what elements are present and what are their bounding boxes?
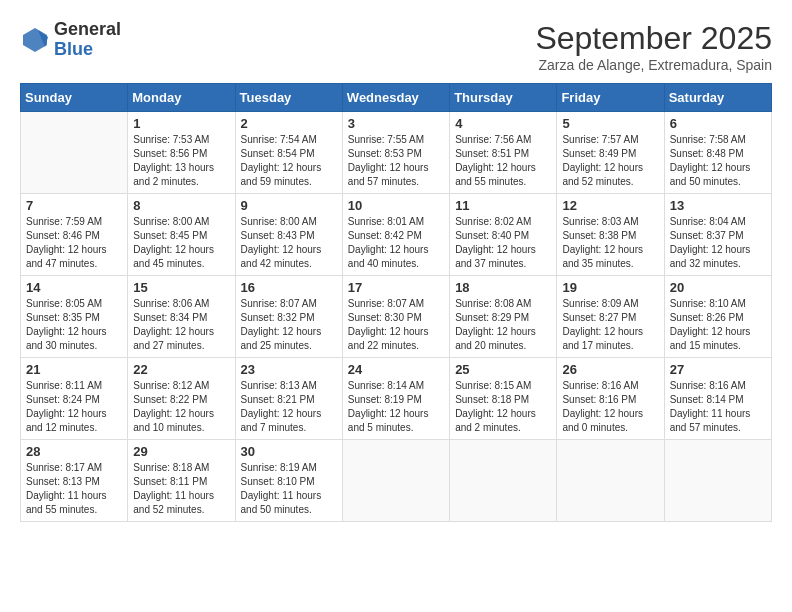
cell-content: Sunrise: 8:09 AMSunset: 8:27 PMDaylight:… <box>562 297 658 353</box>
cell-content: Sunrise: 7:56 AMSunset: 8:51 PMDaylight:… <box>455 133 551 189</box>
cell-content: Sunrise: 8:18 AMSunset: 8:11 PMDaylight:… <box>133 461 229 517</box>
calendar-cell: 28Sunrise: 8:17 AMSunset: 8:13 PMDayligh… <box>21 440 128 522</box>
cell-content: Sunrise: 7:57 AMSunset: 8:49 PMDaylight:… <box>562 133 658 189</box>
day-header-tuesday: Tuesday <box>235 84 342 112</box>
day-number: 24 <box>348 362 444 377</box>
calendar-cell: 20Sunrise: 8:10 AMSunset: 8:26 PMDayligh… <box>664 276 771 358</box>
cell-content: Sunrise: 8:07 AMSunset: 8:32 PMDaylight:… <box>241 297 337 353</box>
day-number: 7 <box>26 198 122 213</box>
calendar-table: SundayMondayTuesdayWednesdayThursdayFrid… <box>20 83 772 522</box>
day-number: 27 <box>670 362 766 377</box>
day-number: 19 <box>562 280 658 295</box>
calendar-cell: 5Sunrise: 7:57 AMSunset: 8:49 PMDaylight… <box>557 112 664 194</box>
cell-content: Sunrise: 8:17 AMSunset: 8:13 PMDaylight:… <box>26 461 122 517</box>
day-number: 16 <box>241 280 337 295</box>
calendar-cell: 29Sunrise: 8:18 AMSunset: 8:11 PMDayligh… <box>128 440 235 522</box>
cell-content: Sunrise: 7:55 AMSunset: 8:53 PMDaylight:… <box>348 133 444 189</box>
calendar-cell: 9Sunrise: 8:00 AMSunset: 8:43 PMDaylight… <box>235 194 342 276</box>
calendar-cell: 13Sunrise: 8:04 AMSunset: 8:37 PMDayligh… <box>664 194 771 276</box>
calendar-cell: 24Sunrise: 8:14 AMSunset: 8:19 PMDayligh… <box>342 358 449 440</box>
day-number: 5 <box>562 116 658 131</box>
day-number: 25 <box>455 362 551 377</box>
calendar-cell: 23Sunrise: 8:13 AMSunset: 8:21 PMDayligh… <box>235 358 342 440</box>
day-number: 15 <box>133 280 229 295</box>
day-number: 28 <box>26 444 122 459</box>
calendar-header-row: SundayMondayTuesdayWednesdayThursdayFrid… <box>21 84 772 112</box>
day-number: 12 <box>562 198 658 213</box>
calendar-week-row: 1Sunrise: 7:53 AMSunset: 8:56 PMDaylight… <box>21 112 772 194</box>
day-number: 6 <box>670 116 766 131</box>
cell-content: Sunrise: 8:14 AMSunset: 8:19 PMDaylight:… <box>348 379 444 435</box>
day-number: 26 <box>562 362 658 377</box>
cell-content: Sunrise: 8:04 AMSunset: 8:37 PMDaylight:… <box>670 215 766 271</box>
day-header-friday: Friday <box>557 84 664 112</box>
calendar-cell: 7Sunrise: 7:59 AMSunset: 8:46 PMDaylight… <box>21 194 128 276</box>
calendar-cell: 22Sunrise: 8:12 AMSunset: 8:22 PMDayligh… <box>128 358 235 440</box>
cell-content: Sunrise: 7:58 AMSunset: 8:48 PMDaylight:… <box>670 133 766 189</box>
day-number: 21 <box>26 362 122 377</box>
page-header: General Blue September 2025 Zarza de Ala… <box>20 20 772 73</box>
logo-icon <box>20 25 50 55</box>
calendar-cell: 15Sunrise: 8:06 AMSunset: 8:34 PMDayligh… <box>128 276 235 358</box>
day-number: 10 <box>348 198 444 213</box>
logo-blue-text: Blue <box>54 39 93 59</box>
calendar-cell <box>664 440 771 522</box>
calendar-cell: 1Sunrise: 7:53 AMSunset: 8:56 PMDaylight… <box>128 112 235 194</box>
calendar-week-row: 14Sunrise: 8:05 AMSunset: 8:35 PMDayligh… <box>21 276 772 358</box>
day-number: 18 <box>455 280 551 295</box>
calendar-cell: 17Sunrise: 8:07 AMSunset: 8:30 PMDayligh… <box>342 276 449 358</box>
calendar-cell: 3Sunrise: 7:55 AMSunset: 8:53 PMDaylight… <box>342 112 449 194</box>
title-block: September 2025 Zarza de Alange, Extremad… <box>535 20 772 73</box>
cell-content: Sunrise: 8:12 AMSunset: 8:22 PMDaylight:… <box>133 379 229 435</box>
logo: General Blue <box>20 20 121 60</box>
day-header-saturday: Saturday <box>664 84 771 112</box>
day-header-sunday: Sunday <box>21 84 128 112</box>
cell-content: Sunrise: 8:15 AMSunset: 8:18 PMDaylight:… <box>455 379 551 435</box>
day-header-wednesday: Wednesday <box>342 84 449 112</box>
cell-content: Sunrise: 8:02 AMSunset: 8:40 PMDaylight:… <box>455 215 551 271</box>
cell-content: Sunrise: 8:16 AMSunset: 8:16 PMDaylight:… <box>562 379 658 435</box>
cell-content: Sunrise: 7:53 AMSunset: 8:56 PMDaylight:… <box>133 133 229 189</box>
day-number: 4 <box>455 116 551 131</box>
calendar-week-row: 21Sunrise: 8:11 AMSunset: 8:24 PMDayligh… <box>21 358 772 440</box>
day-number: 3 <box>348 116 444 131</box>
cell-content: Sunrise: 8:00 AMSunset: 8:45 PMDaylight:… <box>133 215 229 271</box>
day-header-thursday: Thursday <box>450 84 557 112</box>
calendar-cell: 18Sunrise: 8:08 AMSunset: 8:29 PMDayligh… <box>450 276 557 358</box>
calendar-cell: 10Sunrise: 8:01 AMSunset: 8:42 PMDayligh… <box>342 194 449 276</box>
calendar-cell: 6Sunrise: 7:58 AMSunset: 8:48 PMDaylight… <box>664 112 771 194</box>
day-header-monday: Monday <box>128 84 235 112</box>
cell-content: Sunrise: 8:11 AMSunset: 8:24 PMDaylight:… <box>26 379 122 435</box>
calendar-cell: 16Sunrise: 8:07 AMSunset: 8:32 PMDayligh… <box>235 276 342 358</box>
calendar-cell: 21Sunrise: 8:11 AMSunset: 8:24 PMDayligh… <box>21 358 128 440</box>
cell-content: Sunrise: 8:01 AMSunset: 8:42 PMDaylight:… <box>348 215 444 271</box>
day-number: 14 <box>26 280 122 295</box>
cell-content: Sunrise: 8:05 AMSunset: 8:35 PMDaylight:… <box>26 297 122 353</box>
calendar-cell: 14Sunrise: 8:05 AMSunset: 8:35 PMDayligh… <box>21 276 128 358</box>
cell-content: Sunrise: 8:06 AMSunset: 8:34 PMDaylight:… <box>133 297 229 353</box>
day-number: 11 <box>455 198 551 213</box>
cell-content: Sunrise: 8:19 AMSunset: 8:10 PMDaylight:… <box>241 461 337 517</box>
cell-content: Sunrise: 7:59 AMSunset: 8:46 PMDaylight:… <box>26 215 122 271</box>
cell-content: Sunrise: 8:13 AMSunset: 8:21 PMDaylight:… <box>241 379 337 435</box>
calendar-cell: 19Sunrise: 8:09 AMSunset: 8:27 PMDayligh… <box>557 276 664 358</box>
day-number: 30 <box>241 444 337 459</box>
cell-content: Sunrise: 8:10 AMSunset: 8:26 PMDaylight:… <box>670 297 766 353</box>
calendar-cell <box>450 440 557 522</box>
day-number: 8 <box>133 198 229 213</box>
cell-content: Sunrise: 8:03 AMSunset: 8:38 PMDaylight:… <box>562 215 658 271</box>
calendar-cell: 26Sunrise: 8:16 AMSunset: 8:16 PMDayligh… <box>557 358 664 440</box>
calendar-cell: 12Sunrise: 8:03 AMSunset: 8:38 PMDayligh… <box>557 194 664 276</box>
calendar-cell: 27Sunrise: 8:16 AMSunset: 8:14 PMDayligh… <box>664 358 771 440</box>
day-number: 1 <box>133 116 229 131</box>
day-number: 22 <box>133 362 229 377</box>
day-number: 2 <box>241 116 337 131</box>
cell-content: Sunrise: 8:16 AMSunset: 8:14 PMDaylight:… <box>670 379 766 435</box>
calendar-week-row: 28Sunrise: 8:17 AMSunset: 8:13 PMDayligh… <box>21 440 772 522</box>
calendar-cell <box>557 440 664 522</box>
day-number: 23 <box>241 362 337 377</box>
day-number: 17 <box>348 280 444 295</box>
calendar-week-row: 7Sunrise: 7:59 AMSunset: 8:46 PMDaylight… <box>21 194 772 276</box>
cell-content: Sunrise: 8:00 AMSunset: 8:43 PMDaylight:… <box>241 215 337 271</box>
calendar-cell: 8Sunrise: 8:00 AMSunset: 8:45 PMDaylight… <box>128 194 235 276</box>
